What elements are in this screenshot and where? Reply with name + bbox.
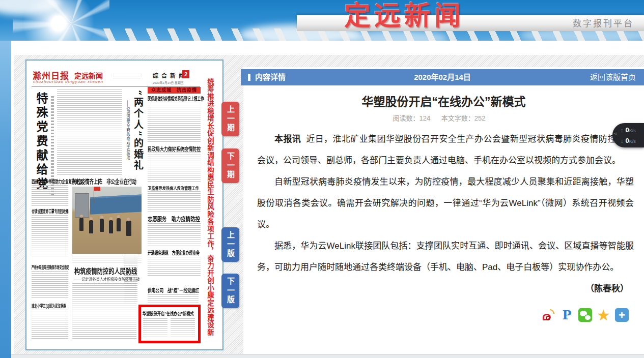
headline-minzheng[interactable]: 民政局大力做好系统疫情防控 [148,145,201,153]
photo-person [109,220,113,233]
simulated-text-block [32,215,68,257]
photo-person [79,218,83,231]
photo-caption-lines [72,256,142,263]
headline-chengbei[interactable]: 城北小学三(5)班为武汉捐款 [32,303,69,309]
newspaper-page-number: 2 [182,70,189,78]
simulated-text-block [72,283,136,340]
headline-two-person-wedding-sub: ——记池河镇大王村抗“疫”战士孙继成 [125,100,130,187]
word-count-value: 252 [474,114,486,122]
article-body: 本报讯近日，淮北矿业集团华塑股份召开安全生产办公会暨新型冠状病毒肺炎疫情防控专题… [257,129,634,278]
upload-speed-row: ↑0K/s [621,125,644,135]
upload-speed-value: 0 [626,126,629,134]
headline-kaitong[interactable]: 开通绿色通道 方便企业办理业务 [148,249,201,256]
newspaper-date-line: 2020年2月14日 星期五 [153,80,184,85]
platform-label: 数字报刊平台 [573,16,634,32]
up-arrow-icon: ↑ [621,127,624,133]
page-bottom-strip [11,354,644,358]
lead-label: 本报讯 [274,134,301,144]
vertical-slogan: 统筹推进稳增长促创新调结构惠民生防风险各项工作，奋力开创小康定远建设新局面！ [204,78,216,339]
photo-person [117,218,121,231]
photo-red-flag [94,187,100,191]
weibo-share-icon[interactable] [542,308,555,322]
simulated-text-block [148,223,201,247]
article-paragraph: 自新型冠状病毒肺炎疫情发生以来，为防控疫情，最大程度减少人员聚集和近距离接触，华… [257,171,634,235]
pengyou-share-icon[interactable]: P [560,308,574,322]
simulated-text-block [148,294,199,304]
photo-person [89,220,93,233]
newspaper-page-thumbnail[interactable]: 滁州日报 定远新闻 chuzhouribao dingyuan xinwen 综… [25,59,223,350]
down-arrow-icon: ↓ [621,138,624,144]
newspaper-page: 滁州日报 定远新闻 chuzhouribao dingyuan xinwen 综… [32,66,217,344]
simulated-text-block [113,74,141,80]
simulated-text-block [148,257,201,277]
selected-article-highlight[interactable]: 华塑股份开启“在线办公”新模式 [138,305,201,343]
share-toolbar: P ★ + [542,308,629,322]
next-issue-button[interactable]: 下一期 [221,148,239,183]
headline-cang[interactable]: 仓镇设置废弃口罩专用回收桶 [32,208,69,215]
photo-shed [75,193,89,218]
headline-yibao[interactable]: 医保局做好疫情相关药品登记上报工作 [148,95,201,102]
headline-gouzhu[interactable]: 构筑疫情防控的人民防线 [74,265,142,276]
article-author: （陈春秋） [243,281,629,294]
upload-speed-unit: K/s [629,128,636,133]
headline-zhiyuan[interactable]: 志愿服务 助力疫情防控 [148,215,201,223]
top-striped-band [243,55,644,67]
headline-huasu-selected[interactable]: 华塑股份开启“在线办公”新模式 [143,310,197,317]
main-page: 滁州日报 定远新闻 chuzhouribao dingyuan xinwen 综… [11,41,644,358]
qzone-share-icon[interactable]: ★ [597,308,610,322]
article-paragraph: 本报讯近日，淮北矿业集团华塑股份召开安全生产办公会暨新型冠状病毒肺炎疫情防控专题… [257,129,634,171]
simulated-text-block [148,191,201,213]
paragraph-text: 近日，淮北矿业集团华塑股份召开安全生产办公会暨新型冠状病毒肺炎疫情防控专题会议，… [257,134,634,165]
more-share-icon[interactable]: + [615,308,629,322]
content-detail-bar: 内容详情 2020年02月14日 返回该版首页 [241,69,644,85]
headline-two-person-wedding[interactable]: “两个人”的婚礼 [131,90,145,187]
read-count-label: 阅读数： [393,114,419,122]
headline-yanqiao[interactable]: 严桥乡联防联控确保市场安全稳定 [32,264,69,271]
simulated-text-block [148,103,201,143]
article-panel: 华塑股份开启“在线办公”新模式 阅读数：124 本文字数：252 本报讯近日，淮… [243,85,644,354]
photo-blue-tarp [90,195,142,215]
newspaper-masthead-pinyin: chuzhouribao dingyuan xinwen [33,79,103,84]
headline-gouzhu-sub: ——记定远各类人才积极投身防疫阻击战 [74,276,142,282]
prev-issue-button[interactable]: 上一期 [221,102,239,136]
simulated-text-block [143,318,167,339]
simulated-text-block [57,89,122,175]
simulated-text-block [32,185,68,206]
next-page-button[interactable]: 下一版 [221,274,239,308]
photo-person [100,219,104,232]
download-speed-value: 0 [626,137,629,144]
article-stats: 阅读数：124 本文字数：252 [243,113,644,123]
word-count-label: 本文字数： [441,114,474,122]
prev-page-button[interactable]: 上一版 [221,227,239,262]
article-paragraph: 据悉，华为云WeLink联接团队包括：支撑团队实时互通、即时通讯、会议、区域直播… [257,235,634,278]
simulated-text-block [148,153,201,183]
pengyou-glyph: P [562,308,571,322]
photo-person [126,221,131,236]
download-speed-row: ↓0K/s [621,135,644,146]
banner-fight-epidemic: 众志成城 抗击疫情 [148,87,201,94]
network-speed-widget[interactable]: ↑0K/s ↓0K/s [612,123,644,147]
issue-date: 2020年02月14日 [241,69,644,85]
simulated-text-block [171,318,195,339]
headline-fangkong[interactable]: 防控疫情齐上阵 非公企业在行动 [72,177,143,186]
headline-weijian[interactable]: 卫监督导发热病人救治管理工作 [148,185,201,191]
article-title: 华塑股份开启“在线办公”新模式 [243,92,644,109]
headline-gongdian[interactable]: 供电公司 战“疫”一线党旗红 [148,286,201,294]
simulated-text-block [32,271,68,300]
back-to-page-link[interactable]: 返回该版首页 [590,69,636,85]
newspaper-masthead-sub: 定远新闻 [74,70,103,80]
site-title: 定远新闻 [344,0,464,32]
masthead-divider [32,86,200,86]
download-speed-unit: K/s [629,139,636,144]
news-photo [72,187,142,254]
wechat-share-icon[interactable] [578,308,592,322]
site-header: 数字报刊平台 定远新闻 [0,0,644,41]
read-count-value: 124 [419,114,430,122]
simulated-text-block [32,310,68,340]
